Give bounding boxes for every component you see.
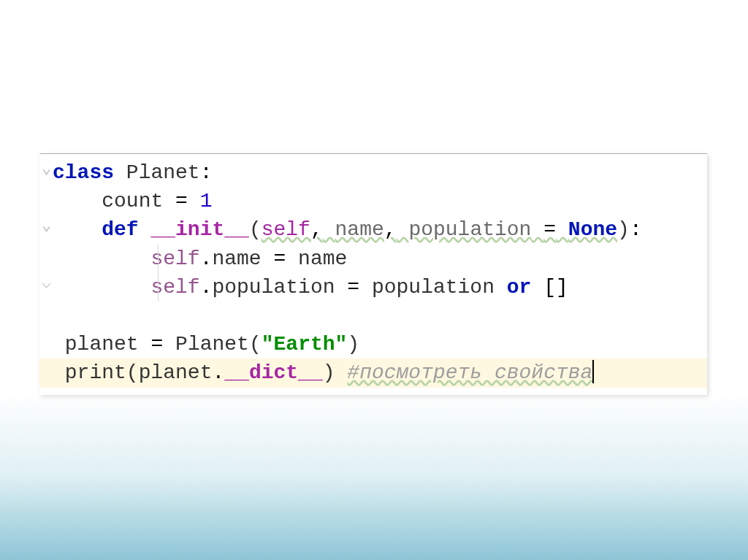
self-param: self <box>262 218 310 241</box>
attribute: population <box>212 276 335 299</box>
text-cursor <box>592 360 594 383</box>
none-literal: None <box>568 218 617 241</box>
fold-gutter-icon[interactable]: ⌄ <box>39 158 53 187</box>
param: name <box>335 218 384 241</box>
attribute: name <box>212 248 261 270</box>
fold-gutter-icon[interactable]: ⌄ <box>39 215 53 244</box>
variable: planet <box>65 333 139 356</box>
keyword-def: def <box>102 218 138 241</box>
variable: population <box>372 276 495 299</box>
builtin-print: print <box>65 361 126 384</box>
class-ref: Planet <box>175 333 249 356</box>
code-line-active: print(planet.__dict__) #посмотреть свойс… <box>39 358 707 387</box>
number-literal: 1 <box>200 190 213 212</box>
comment: #посмотреть свойства <box>347 361 592 384</box>
code-line: ⌵ self.population = population or [] <box>39 273 707 302</box>
code-line <box>39 302 707 330</box>
dunder-method: __init__ <box>150 218 248 241</box>
code-editor: ⌄ class Planet: count = 1 ⌄ def __init__… <box>39 153 707 395</box>
keyword-or: or <box>507 276 532 299</box>
code-line: self.name = name <box>39 245 707 273</box>
param: population <box>408 218 531 241</box>
code-line: ⌄ def __init__(self, name, population = … <box>39 215 707 244</box>
variable: name <box>298 248 347 270</box>
code-line: count = 1 <box>39 187 707 215</box>
class-name: Planet <box>126 161 200 184</box>
variable: planet <box>139 361 213 384</box>
string-literal: "Earth" <box>262 333 348 356</box>
variable: count <box>102 190 163 212</box>
code-block: ⌄ class Planet: count = 1 ⌄ def __init__… <box>39 154 707 395</box>
keyword-class: class <box>53 161 114 184</box>
code-line: ⌄ class Planet: <box>39 158 707 187</box>
dunder-attr: __dict__ <box>224 361 322 384</box>
fold-gutter-icon[interactable]: ⌵ <box>39 273 53 302</box>
code-line: planet = Planet("Earth") <box>39 330 707 358</box>
